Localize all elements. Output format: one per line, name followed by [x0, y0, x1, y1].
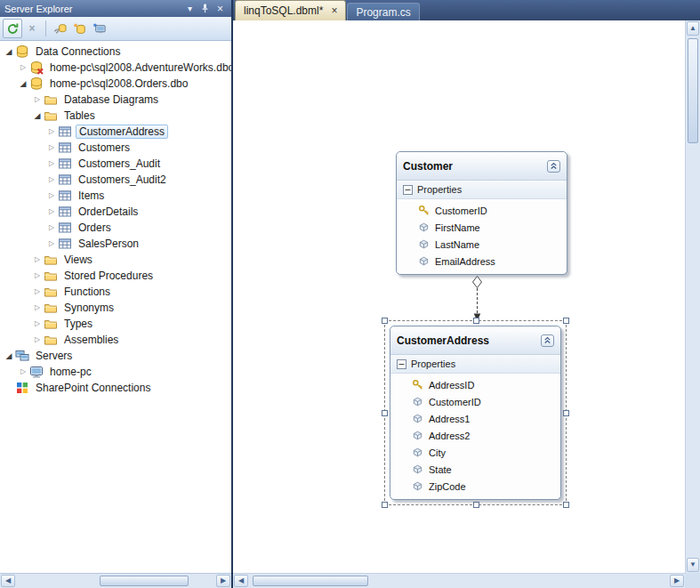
collapsed-icon[interactable]: ▷ [31, 92, 44, 108]
entity-title: Customer [403, 160, 547, 173]
property-row[interactable]: City [390, 444, 560, 461]
tree-item-database-diagrams[interactable]: ▷ Database Diagrams [0, 92, 231, 108]
tree-item-table-items[interactable]: ▷ Items [0, 188, 231, 204]
auto-hide-pin-icon[interactable] [198, 2, 212, 15]
property-row[interactable]: Address2 [390, 427, 560, 444]
property-row[interactable]: CustomerID [390, 393, 560, 410]
tree-item-adventureworks-connection[interactable]: ▷ home-pc\sql2008.AdventureWorks.dbo [0, 60, 231, 76]
property-row[interactable]: ZipCode [390, 478, 560, 495]
collapsed-icon[interactable]: ▷ [45, 172, 58, 188]
tree-item-table-orderdetails[interactable]: ▷ OrderDetails [0, 204, 231, 220]
tree-item-table-customers-audit2[interactable]: ▷ Customers_Audit2 [0, 172, 231, 188]
server-explorer-horizontal-scrollbar[interactable]: ◀ ▶ [0, 573, 231, 588]
collapsed-icon[interactable]: ▷ [45, 236, 58, 252]
property-row[interactable]: CustomerID [397, 202, 567, 219]
collapsed-icon[interactable]: ▷ [31, 300, 44, 316]
tree-item-tables[interactable]: ◢ Tables [0, 108, 231, 124]
resize-handle-nw[interactable] [382, 318, 388, 324]
collapsed-icon[interactable]: ▷ [17, 60, 29, 76]
collapsed-icon[interactable]: ▷ [45, 204, 58, 220]
tree-item-table-customers-audit[interactable]: ▷ Customers_Audit [0, 156, 231, 172]
property-row[interactable]: State [390, 461, 560, 478]
tree-item-functions[interactable]: ▷ Functions [0, 284, 231, 300]
connect-to-database-button[interactable] [50, 19, 69, 38]
resize-handle-e[interactable] [563, 410, 569, 416]
scroll-right-button[interactable]: ▶ [216, 575, 230, 587]
tree-item-synonyms[interactable]: ▷ Synonyms [0, 300, 231, 316]
designer-vertical-scrollbar[interactable]: ▲ ▼ [685, 20, 700, 573]
tree-item-home-pc[interactable]: ▷ home-pc [0, 364, 231, 380]
association-connector[interactable] [471, 276, 483, 322]
section-collapse-icon[interactable] [397, 359, 406, 369]
property-icon [412, 396, 423, 407]
refresh-button[interactable] [3, 19, 22, 38]
collapsed-icon[interactable]: ▷ [45, 220, 58, 236]
expanded-icon[interactable]: ◢ [3, 348, 15, 364]
tab-program-cs[interactable]: Program.cs [347, 3, 419, 20]
collapsed-icon[interactable]: ▷ [31, 252, 44, 268]
key-icon [418, 205, 430, 216]
expanded-icon[interactable]: ◢ [3, 44, 15, 60]
tree-item-data-connections[interactable]: ◢ Data Connections [0, 44, 231, 60]
tree-item-table-customeraddress[interactable]: ▷ CustomerAddress [0, 124, 231, 140]
expanded-icon[interactable]: ◢ [31, 108, 44, 124]
tree-item-sharepoint-connections[interactable]: SharePoint Connections [0, 380, 231, 396]
expanded-icon[interactable]: ◢ [17, 76, 29, 92]
tree-item-views[interactable]: ▷ Views [0, 252, 231, 268]
designer-surface[interactable]: Customer Properties CustomerID FirstName [233, 20, 685, 573]
resize-handle-n[interactable] [473, 318, 479, 324]
scroll-down-button[interactable]: ▼ [687, 558, 699, 572]
designer-horizontal-scrollbar[interactable]: ◀ ▶ [233, 573, 685, 588]
create-new-sql-database-button[interactable] [69, 19, 89, 38]
stop-refresh-button[interactable]: × [22, 19, 42, 38]
property-row[interactable]: EmailAddress [397, 253, 567, 270]
collapsed-icon[interactable]: ▷ [45, 140, 58, 156]
scrollbar-thumb[interactable] [688, 38, 698, 143]
window-position-menu-icon[interactable]: ▾ [183, 2, 197, 15]
tab-linqtosql-dbml[interactable]: linqToSQL.dbml* × [235, 0, 346, 20]
collapsed-icon[interactable]: ▷ [31, 268, 44, 284]
collapsed-icon[interactable]: ▷ [45, 124, 58, 140]
property-row[interactable]: Address1 [390, 410, 560, 427]
tree-item-assemblies[interactable]: ▷ Assemblies [0, 332, 231, 348]
close-panel-icon[interactable]: × [213, 2, 227, 15]
collapse-chevron-button[interactable] [547, 160, 560, 173]
tree-item-servers[interactable]: ◢ Servers [0, 348, 231, 364]
scrollbar-thumb[interactable] [100, 576, 189, 586]
resize-handle-s[interactable] [473, 502, 479, 508]
resize-handle-sw[interactable] [382, 502, 388, 508]
tree-item-table-orders[interactable]: ▷ Orders [0, 220, 231, 236]
scrollbar-thumb[interactable] [253, 576, 368, 586]
scroll-left-button[interactable]: ◀ [234, 575, 248, 587]
collapsed-icon[interactable]: ▷ [31, 316, 44, 332]
scroll-up-button[interactable]: ▲ [687, 21, 699, 36]
section-label: Properties [411, 358, 455, 369]
property-row[interactable]: AddressID [390, 376, 560, 393]
collapsed-icon[interactable]: ▷ [31, 284, 44, 300]
tree-item-orders-connection[interactable]: ◢ home-pc\sql2008.Orders.dbo [0, 76, 231, 92]
collapsed-icon[interactable]: ▷ [31, 332, 44, 348]
tree-item-types[interactable]: ▷ Types [0, 316, 231, 332]
collapse-chevron-button[interactable] [541, 334, 554, 347]
scroll-left-button[interactable]: ◀ [1, 575, 15, 587]
tree-item-table-salesperson[interactable]: ▷ SalesPerson [0, 236, 231, 252]
tree-item-table-customers[interactable]: ▷ Customers [0, 140, 231, 156]
collapsed-icon[interactable]: ▷ [17, 364, 29, 380]
resize-handle-w[interactable] [382, 410, 388, 416]
property-row[interactable]: FirstName [397, 219, 567, 236]
collapsed-icon[interactable]: ▷ [45, 188, 58, 204]
entity-customeraddress[interactable]: CustomerAddress Properties AddressID [390, 326, 561, 500]
table-icon [58, 221, 72, 235]
entity-customer[interactable]: Customer Properties CustomerID FirstName [396, 151, 567, 275]
scroll-right-button[interactable]: ▶ [670, 575, 684, 587]
section-collapse-icon[interactable] [403, 185, 413, 195]
folder-icon [44, 109, 58, 123]
property-row[interactable]: LastName [397, 236, 567, 253]
tree-item-stored-procedures[interactable]: ▷ Stored Procedures [0, 268, 231, 284]
collapsed-icon[interactable]: ▷ [45, 156, 58, 172]
property-icon [418, 222, 430, 233]
resize-handle-ne[interactable] [563, 318, 569, 324]
tab-close-icon[interactable]: × [331, 5, 337, 16]
resize-handle-se[interactable] [563, 502, 569, 508]
connect-to-server-button[interactable] [89, 19, 109, 38]
